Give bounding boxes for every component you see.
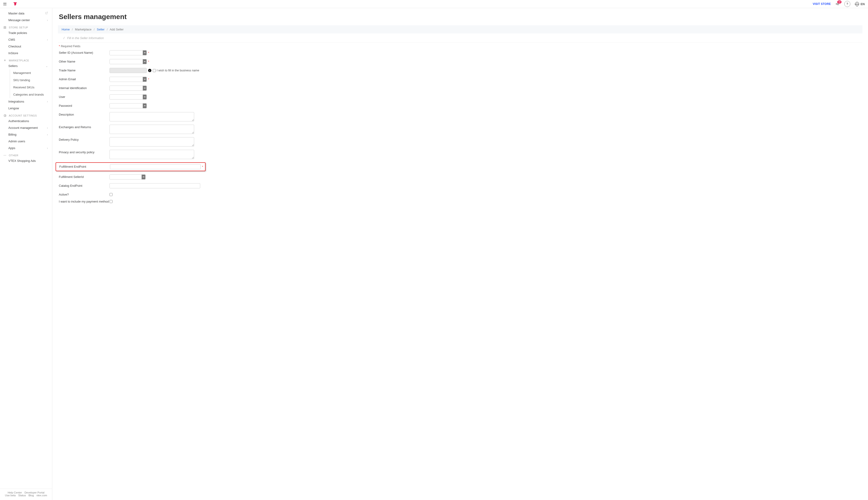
sidebar-item-instore[interactable]: InStore (0, 50, 52, 57)
sidebar-item-label: Trade policies (8, 31, 27, 35)
more-icon[interactable] (143, 86, 147, 90)
input-user[interactable] (110, 95, 143, 99)
input-trade-name (110, 68, 147, 73)
external-link-icon (45, 12, 48, 15)
row-fulfillment-endpoint: Fulfillment EndPoint * (56, 162, 206, 171)
chevron-right-icon: › (47, 100, 48, 103)
footer-link-blog[interactable]: Blog (28, 494, 34, 497)
help-button[interactable]: ? (844, 1, 850, 7)
svg-rect-1 (4, 26, 6, 27)
sidebar-item-label: Authentications (8, 119, 29, 123)
input-internal-id[interactable] (110, 86, 143, 90)
language-selector[interactable]: EN (855, 2, 865, 6)
main-layout: Master data Message center › STORE SETUP… (0, 8, 868, 500)
textarea-exchanges-returns[interactable] (110, 125, 194, 134)
label-catalog-endpoint: Catalog EndPoint (59, 183, 110, 188)
sidebar-item-label: Master data (8, 12, 24, 15)
label-user: User (59, 94, 110, 99)
info-icon[interactable] (148, 69, 151, 72)
sidebar-item-authentications[interactable]: Authentications (0, 118, 52, 124)
breadcrumb-separator: / (94, 28, 95, 31)
checkbox-active[interactable] (110, 193, 113, 196)
more-icon[interactable] (143, 50, 147, 55)
row-internal-id: Internal Identification (59, 86, 861, 91)
more-icon[interactable] (143, 77, 147, 82)
sidebar-item-received-skus[interactable]: Received SKUs (10, 84, 52, 91)
sidebar-item-trade-policies[interactable]: Trade policies (0, 30, 52, 36)
footer-link-help-center[interactable]: Help Center (8, 491, 22, 494)
row-admin-email: Admin Email * (59, 77, 861, 82)
vtex-logo-icon[interactable] (13, 2, 17, 7)
breadcrumb-home[interactable]: Home (61, 28, 70, 31)
sidebar-item-admin-users[interactable]: Admin users (0, 138, 52, 145)
sidebar-item-account-management[interactable]: Account management › (0, 124, 52, 131)
menu-toggle-icon[interactable] (3, 2, 7, 6)
globe-icon (855, 2, 859, 6)
textarea-privacy-policy[interactable] (110, 150, 194, 159)
textarea-delivery-policy[interactable] (110, 137, 194, 147)
form-section-title: Fill in the Seller Information (67, 36, 104, 40)
input-seller-id[interactable] (110, 50, 143, 55)
sidebar-body: Master data Message center › STORE SETUP… (0, 8, 52, 489)
sidebar-item-checkout[interactable]: Checkout (0, 43, 52, 50)
chevron-right-icon: › (47, 19, 48, 22)
more-icon[interactable] (143, 59, 147, 64)
sidebar-section-marketplace: MARKETPLACE (0, 57, 52, 62)
input-fulfillment-endpoint[interactable] (110, 164, 201, 169)
visit-store-link[interactable]: VISIT STORE (813, 2, 831, 5)
checkbox-payment-method[interactable] (110, 200, 113, 203)
more-icon[interactable] (143, 95, 147, 99)
sidebar-item-categories-brands[interactable]: Categories and brands (10, 91, 52, 98)
checkbox-label: I wish to fill in the business name (157, 69, 199, 72)
sidebar-item-label: Message center (8, 18, 30, 22)
chevron-right-icon: › (47, 147, 48, 150)
label-internal-id: Internal Identification (59, 86, 110, 90)
checkbox-fill-business-name[interactable]: I wish to fill in the business name (153, 69, 199, 72)
checkbox-input-fill-business-name[interactable] (153, 69, 156, 72)
announcements-button[interactable]: 10 (835, 2, 840, 6)
sidebar-item-message-center[interactable]: Message center › (0, 17, 52, 23)
sidebar-item-vtex-shopping-ads[interactable]: VTEX Shopping Ads (0, 157, 52, 164)
footer-link-status[interactable]: Status (18, 494, 26, 497)
sidebar-section-label: ACCOUNT SETTINGS (9, 114, 37, 117)
row-exchanges-returns: Exchanges and Returns (59, 125, 861, 134)
sidebar-section-label: OTHER (9, 154, 18, 157)
footer-link-developer-portal[interactable]: Developer Portal (24, 491, 44, 494)
chevron-down-icon: ⌄ (46, 65, 48, 68)
breadcrumb-seller[interactable]: Seller (97, 28, 104, 31)
label-privacy-policy: Privacy and security policy (59, 150, 110, 154)
sidebar-item-label: Lengow (8, 106, 19, 110)
svg-point-6 (5, 155, 6, 156)
row-user: User (59, 94, 861, 100)
chevron-right-icon: › (47, 38, 48, 42)
sidebar-item-integrations[interactable]: Integrations › (0, 98, 52, 105)
label-other-name: Other Name (59, 59, 110, 63)
footer-link-vtexcom[interactable]: vtex.com (36, 494, 47, 497)
row-other-name: Other Name * (59, 59, 861, 65)
input-fulfillment-seller-id[interactable] (110, 175, 141, 179)
chevron-right-icon: › (47, 126, 48, 129)
sidebar-section-account-settings: ACCOUNT SETTINGS (0, 112, 52, 118)
footer-link-use-beta[interactable]: Use beta (5, 494, 15, 497)
sidebar-item-apps[interactable]: Apps › (0, 145, 52, 151)
sidebar-footer: Help Center Developer Portal Use beta St… (0, 489, 52, 500)
sidebar-item-sellers[interactable]: Sellers ⌄ (0, 62, 52, 69)
sidebar-item-cms[interactable]: CMS › (0, 36, 52, 43)
sidebar-item-billing[interactable]: Billing › (0, 131, 52, 138)
required-fields-note: *Required Fields (59, 43, 861, 50)
input-catalog-endpoint[interactable] (110, 183, 200, 189)
form-section-header: / Fill in the Seller Information (58, 34, 863, 43)
label-exchanges-returns: Exchanges and Returns (59, 125, 110, 129)
input-other-name[interactable] (110, 59, 143, 64)
sidebar-item-lengow[interactable]: Lengow (0, 105, 52, 112)
sidebar-item-sku-binding[interactable]: SKU binding (10, 77, 52, 84)
more-icon[interactable] (141, 175, 145, 179)
sidebar-item-label: Admin users (8, 139, 25, 143)
textarea-description[interactable] (110, 112, 194, 122)
sidebar-item-management[interactable]: Management (10, 69, 52, 77)
sidebar-item-master-data[interactable]: Master data (0, 10, 52, 17)
more-icon[interactable] (143, 103, 147, 108)
input-admin-email[interactable] (110, 77, 143, 82)
row-description: Description (59, 112, 861, 122)
input-password[interactable] (110, 103, 143, 108)
